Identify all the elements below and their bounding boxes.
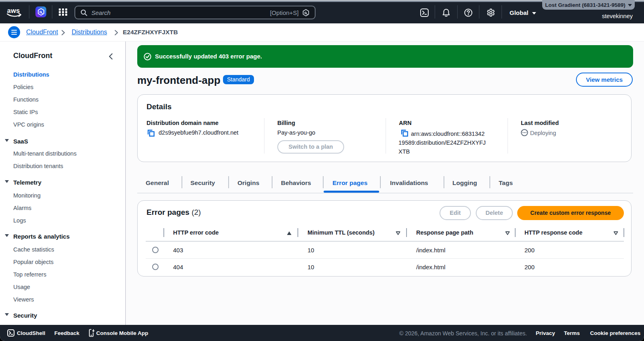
svg-text:aws: aws	[7, 7, 20, 14]
